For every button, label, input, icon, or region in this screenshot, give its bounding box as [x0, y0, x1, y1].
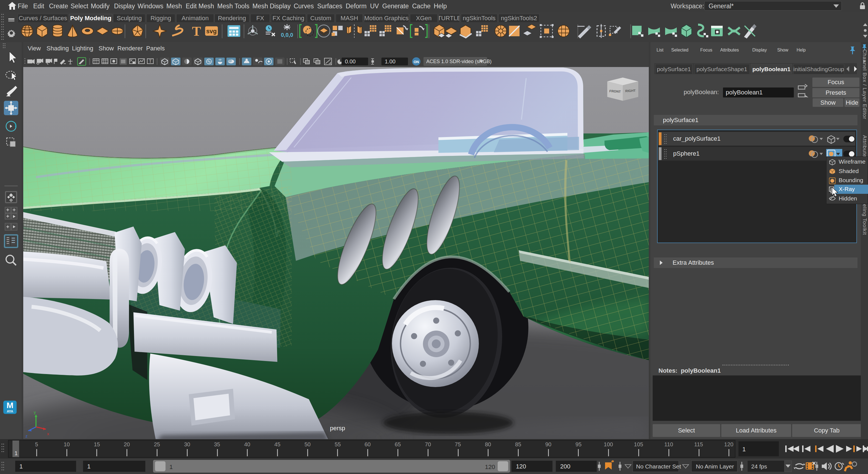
- svg-text:1: 1: [20, 463, 23, 470]
- svg-text:RIGHT: RIGHT: [625, 89, 636, 93]
- svg-text:ON: ON: [413, 60, 419, 64]
- svg-text:1: 1: [169, 464, 173, 470]
- svg-text:50: 50: [305, 441, 311, 447]
- svg-text:200: 200: [560, 463, 570, 470]
- svg-text:1: 1: [742, 446, 746, 453]
- svg-text:115: 115: [694, 441, 703, 447]
- svg-text:FRONT: FRONT: [609, 89, 621, 94]
- svg-text:z: z: [26, 434, 28, 438]
- svg-text:90: 90: [545, 441, 551, 447]
- svg-text:30: 30: [184, 441, 190, 447]
- svg-text:1: 1: [87, 463, 91, 470]
- svg-text:60: 60: [365, 441, 371, 447]
- svg-text:80: 80: [485, 441, 491, 447]
- svg-text:x: x: [47, 432, 49, 436]
- svg-text:110: 110: [664, 441, 673, 447]
- svg-text:55: 55: [335, 441, 341, 447]
- svg-text:No Anim Layer: No Anim Layer: [696, 463, 734, 470]
- svg-text:120: 120: [516, 463, 526, 470]
- svg-text:5: 5: [35, 441, 38, 447]
- svg-text:40: 40: [244, 441, 250, 447]
- svg-text:100: 100: [604, 441, 613, 447]
- svg-text:120: 120: [724, 441, 733, 447]
- svg-text:20: 20: [124, 441, 130, 447]
- svg-text:svg: svg: [206, 28, 217, 35]
- svg-text:120: 120: [485, 464, 495, 470]
- svg-text:persp: persp: [330, 425, 345, 432]
- svg-text:25: 25: [154, 441, 160, 447]
- svg-text:10: 10: [64, 441, 70, 447]
- svg-text:1.00: 1.00: [385, 58, 396, 64]
- svg-text:105: 105: [634, 441, 643, 447]
- svg-text:85: 85: [515, 441, 521, 447]
- svg-text:75: 75: [455, 441, 461, 447]
- svg-text:0.00: 0.00: [345, 58, 356, 64]
- svg-text:65: 65: [395, 441, 401, 447]
- svg-text:95: 95: [576, 441, 582, 447]
- svg-text:15: 15: [94, 441, 100, 447]
- svg-text:y: y: [34, 410, 36, 414]
- svg-text:T: T: [149, 59, 152, 64]
- svg-text:35: 35: [214, 441, 220, 447]
- svg-text:45: 45: [274, 441, 280, 447]
- svg-text:1: 1: [14, 450, 18, 456]
- svg-text:70: 70: [425, 441, 431, 447]
- svg-text:No Character Set: No Character Set: [636, 463, 681, 470]
- svg-text:0,0,0: 0,0,0: [281, 32, 293, 38]
- svg-text:T: T: [192, 24, 201, 39]
- svg-text:24 fps: 24 fps: [751, 463, 767, 470]
